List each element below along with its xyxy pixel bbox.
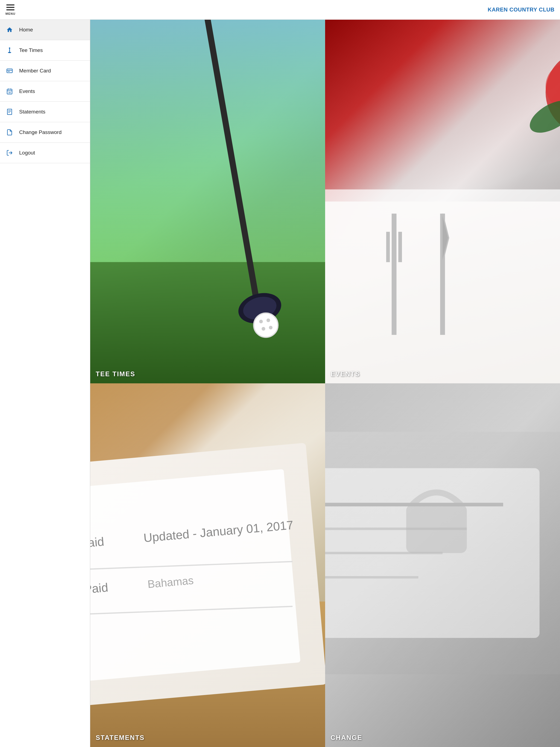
svg-point-24 xyxy=(269,326,272,329)
change-scene xyxy=(325,383,560,747)
sidebar-label-logout: Logout xyxy=(19,150,35,156)
change-bg xyxy=(325,383,560,747)
svg-rect-52 xyxy=(325,468,539,638)
svg-text:Bahamas: Bahamas xyxy=(147,574,194,590)
svg-rect-26 xyxy=(325,202,560,383)
sidebar-item-logout[interactable]: Logout xyxy=(0,143,90,163)
menu-label: MENU xyxy=(5,12,15,15)
svg-line-46 xyxy=(90,562,292,571)
golf-scene xyxy=(90,20,325,383)
events-bg xyxy=(325,20,560,383)
sidebar-label-change-password: Change Password xyxy=(19,129,61,135)
svg-rect-5 xyxy=(8,71,10,72)
svg-line-18 xyxy=(208,20,256,299)
svg-rect-57 xyxy=(406,505,467,553)
sidebar-item-events[interactable]: 30 Events xyxy=(0,81,90,102)
svg-point-30 xyxy=(545,62,560,110)
svg-point-0 xyxy=(9,48,10,49)
svg-rect-41 xyxy=(90,469,301,687)
events-scene xyxy=(325,20,560,383)
club-title: KAREN COUNTRY CLUB xyxy=(487,6,555,13)
home-icon xyxy=(5,26,14,34)
tile-statements[interactable]: Change Amount Paid Updated - January 01,… xyxy=(90,383,325,747)
statements-bg xyxy=(90,383,325,747)
svg-point-25 xyxy=(262,327,265,331)
menu-button[interactable]: MENU xyxy=(5,4,15,15)
tile-change[interactable]: CHANGE xyxy=(325,383,560,747)
tile-change-label: CHANGE xyxy=(331,734,560,742)
svg-point-28 xyxy=(545,50,560,135)
tile-events-label: EVENTS xyxy=(331,370,560,378)
svg-point-32 xyxy=(525,94,560,139)
svg-point-23 xyxy=(266,318,270,322)
svg-rect-39 xyxy=(90,601,325,747)
svg-text:Updated - January 01, 2017: Updated - January 01, 2017 xyxy=(143,518,294,545)
sidebar-label-member-card: Member Card xyxy=(19,68,51,74)
svg-line-50 xyxy=(90,607,292,616)
svg-text:30: 30 xyxy=(8,91,11,94)
hamburger-icon xyxy=(6,4,15,10)
svg-point-2 xyxy=(8,52,11,53)
sidebar-item-home[interactable]: Home xyxy=(0,20,90,40)
svg-text:Amount Paid: Amount Paid xyxy=(90,535,105,554)
svg-text:Amount Paid: Amount Paid xyxy=(90,581,108,600)
sidebar-item-member-card[interactable]: Member Card xyxy=(0,61,90,81)
events-icon: 30 xyxy=(5,87,14,96)
svg-point-20 xyxy=(240,293,279,323)
tile-tee-times[interactable]: TEE TIMES xyxy=(90,20,325,383)
svg-rect-11 xyxy=(7,109,12,114)
sidebar-label-statements: Statements xyxy=(19,109,45,115)
svg-rect-3 xyxy=(7,69,12,73)
tee-times-bg xyxy=(90,20,325,383)
tiles-grid: TEE TIMES xyxy=(90,20,560,747)
sidebar-label-tee-times: Tee Times xyxy=(19,47,43,53)
statements-icon xyxy=(5,108,14,116)
svg-point-22 xyxy=(259,319,263,323)
svg-point-21 xyxy=(254,313,278,337)
svg-rect-27 xyxy=(325,189,560,383)
change-password-icon xyxy=(5,128,14,136)
logout-icon xyxy=(5,149,14,157)
main-container: Home Tee Times Member Card xyxy=(0,20,560,747)
sidebar-item-tee-times[interactable]: Tee Times xyxy=(0,40,90,61)
sidebar-item-statements[interactable]: Statements xyxy=(0,102,90,122)
svg-rect-17 xyxy=(90,262,325,383)
content-area: TEE TIMES xyxy=(90,20,560,747)
tile-events[interactable]: EVENTS xyxy=(325,20,560,383)
sidebar: Home Tee Times Member Card xyxy=(0,20,90,747)
member-card-icon xyxy=(5,67,14,75)
sidebar-item-change-password[interactable]: Change Password xyxy=(0,122,90,143)
svg-rect-51 xyxy=(325,432,560,674)
svg-point-19 xyxy=(235,288,285,328)
tile-tee-times-label: TEE TIMES xyxy=(96,370,325,378)
sidebar-label-events: Events xyxy=(19,88,35,94)
svg-rect-40 xyxy=(90,443,325,712)
tee-times-icon xyxy=(5,46,14,54)
tile-statements-label: STATEMENTS xyxy=(96,734,325,742)
sidebar-label-home: Home xyxy=(19,27,33,33)
svg-rect-16 xyxy=(90,20,325,262)
header: MENU KAREN COUNTRY CLUB xyxy=(0,0,560,20)
statements-scene: Change Amount Paid Updated - January 01,… xyxy=(90,383,325,747)
